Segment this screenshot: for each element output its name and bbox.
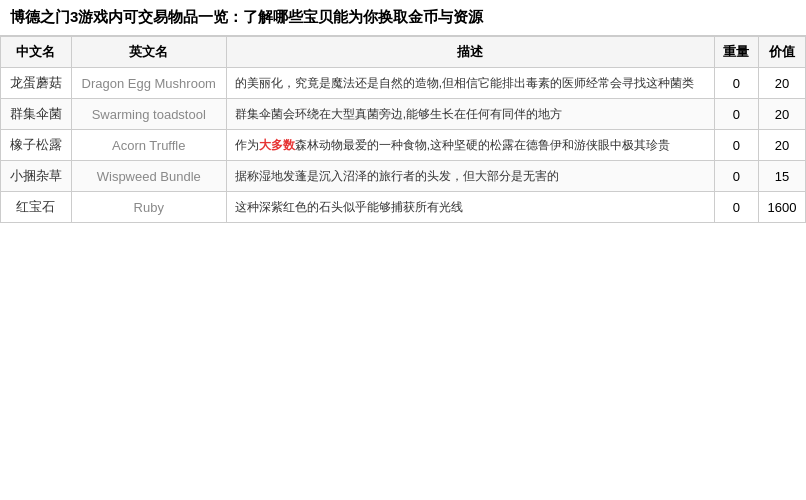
page-title: 博德之门3游戏内可交易物品一览：了解哪些宝贝能为你换取金币与资源: [0, 0, 806, 36]
cell-en-name: Acorn Truffle: [71, 130, 226, 161]
col-desc: 描述: [226, 37, 714, 68]
cell-en-name: Dragon Egg Mushroom: [71, 68, 226, 99]
cell-desc: 作为大多数森林动物最爱的一种食物,这种坚硬的松露在德鲁伊和游侠眼中极其珍贵: [226, 130, 714, 161]
cell-zh-name: 红宝石: [1, 192, 72, 223]
table-row: 小捆杂草Wispweed Bundle据称湿地发蓬是沉入沼泽的旅行者的头发，但大…: [1, 161, 806, 192]
items-table: 中文名 英文名 描述 重量 价值 龙蛋蘑菇Dragon Egg Mushroom…: [0, 36, 806, 223]
cell-desc: 这种深紫红色的石头似乎能够捕获所有光线: [226, 192, 714, 223]
table-row: 橡子松露Acorn Truffle作为大多数森林动物最爱的一种食物,这种坚硬的松…: [1, 130, 806, 161]
cell-weight: 0: [714, 68, 758, 99]
cell-en-name: Wispweed Bundle: [71, 161, 226, 192]
cell-desc: 据称湿地发蓬是沉入沼泽的旅行者的头发，但大部分是无害的: [226, 161, 714, 192]
cell-zh-name: 小捆杂草: [1, 161, 72, 192]
cell-weight: 0: [714, 130, 758, 161]
cell-zh-name: 群集伞菌: [1, 99, 72, 130]
table-row: 龙蛋蘑菇Dragon Egg Mushroom的美丽化，究竟是魔法还是自然的造物…: [1, 68, 806, 99]
cell-weight: 0: [714, 161, 758, 192]
cell-value: 20: [758, 130, 805, 161]
cell-weight: 0: [714, 99, 758, 130]
table-row: 群集伞菌Swarming toadstool群集伞菌会环绕在大型真菌旁边,能够生…: [1, 99, 806, 130]
cell-desc: 群集伞菌会环绕在大型真菌旁边,能够生长在任何有同伴的地方: [226, 99, 714, 130]
col-en: 英文名: [71, 37, 226, 68]
cell-value: 15: [758, 161, 805, 192]
col-zh: 中文名: [1, 37, 72, 68]
cell-en-name: Swarming toadstool: [71, 99, 226, 130]
cell-zh-name: 橡子松露: [1, 130, 72, 161]
cell-zh-name: 龙蛋蘑菇: [1, 68, 72, 99]
cell-value: 20: [758, 99, 805, 130]
cell-weight: 0: [714, 192, 758, 223]
cell-value: 1600: [758, 192, 805, 223]
col-weight: 重量: [714, 37, 758, 68]
cell-value: 20: [758, 68, 805, 99]
cell-desc: 的美丽化，究竟是魔法还是自然的造物,但相信它能排出毒素的医师经常会寻找这种菌类: [226, 68, 714, 99]
table-row: 红宝石Ruby这种深紫红色的石头似乎能够捕获所有光线01600: [1, 192, 806, 223]
col-value: 价值: [758, 37, 805, 68]
cell-en-name: Ruby: [71, 192, 226, 223]
